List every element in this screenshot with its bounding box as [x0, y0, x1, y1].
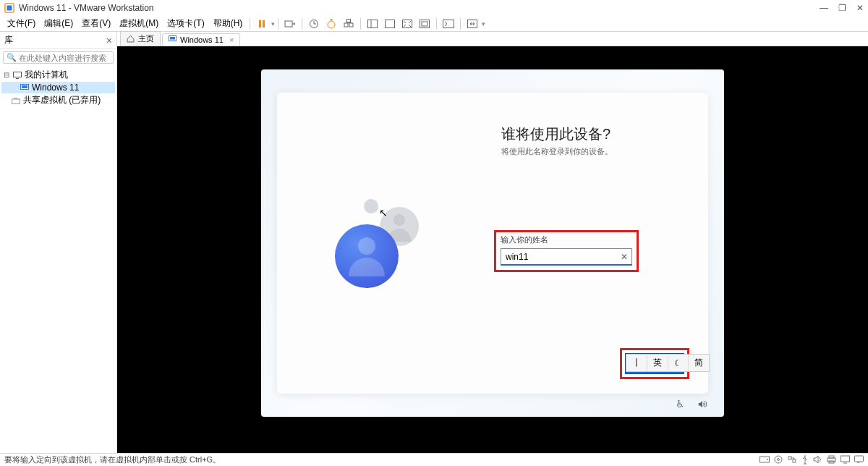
menu-view[interactable]: 查看(V): [77, 16, 115, 31]
svg-point-6: [328, 21, 335, 28]
svg-point-28: [778, 458, 780, 460]
svg-rect-30: [793, 459, 796, 462]
name-input-field[interactable]: ✕: [501, 248, 632, 266]
tree-root[interactable]: ⊟ 我的计算机: [1, 68, 115, 82]
stretch-dropdown-icon[interactable]: ▾: [482, 20, 485, 27]
send-keys-icon[interactable]: [284, 17, 297, 30]
svg-rect-18: [14, 72, 22, 77]
svg-rect-22: [12, 99, 20, 104]
snapshot-revert-icon[interactable]: [325, 17, 338, 30]
tab-bar: 主页 Windows 11 ×: [117, 32, 868, 46]
svg-rect-7: [344, 23, 348, 27]
sb-message-icon[interactable]: [854, 455, 864, 465]
windows-setup-screen: 谁将使用此设备? 将使用此名称登录到你的设备。 输入你的姓名 ✕: [261, 69, 724, 417]
pause-dropdown-icon[interactable]: ▾: [271, 20, 275, 27]
view-stretch-icon[interactable]: [466, 17, 479, 30]
sidebar-title: 库: [4, 34, 13, 46]
svg-rect-2: [259, 20, 261, 27]
vm-display[interactable]: 谁将使用此设备? 将使用此名称登录到你的设备。 输入你的姓名 ✕: [117, 46, 868, 453]
accessibility-icon[interactable]: ♿︎: [676, 398, 685, 410]
sidebar-close-button[interactable]: ×: [106, 35, 112, 46]
svg-rect-4: [285, 21, 292, 27]
setup-subtitle: 将使用此名称登录到你的设备。: [501, 146, 613, 157]
svg-rect-14: [420, 20, 430, 27]
pause-icon[interactable]: [255, 17, 268, 30]
svg-rect-1: [7, 6, 12, 11]
window-title: Windows 11 - VMware Workstation: [19, 3, 154, 13]
tree-shared[interactable]: 共享虚拟机 (已弃用): [1, 93, 115, 107]
statusbar: 要将输入定向到该虚拟机，请在虚拟机内部单击或按 Ctrl+G。: [0, 453, 868, 466]
sb-printer-icon[interactable]: [827, 455, 836, 465]
tree-vm-label: Windows 11: [32, 82, 79, 93]
menubar: 文件(F) 编辑(E) 查看(V) 虚拟机(M) 选项卡(T) 帮助(H) ▾ …: [0, 16, 868, 32]
view-unity-icon[interactable]: [418, 17, 431, 30]
menu-file[interactable]: 文件(F): [3, 16, 40, 31]
setup-title: 谁将使用此设备?: [501, 124, 610, 144]
view-single-icon[interactable]: [383, 17, 396, 30]
svg-rect-32: [829, 456, 834, 458]
svg-rect-12: [386, 20, 395, 27]
name-input-label: 输入你的姓名: [501, 234, 632, 245]
tab-vm-label: Windows 11: [180, 35, 224, 44]
svg-point-27: [775, 456, 782, 463]
svg-rect-8: [349, 23, 353, 27]
svg-rect-36: [855, 456, 864, 462]
svg-rect-3: [263, 20, 265, 27]
tab-vm[interactable]: Windows 11 ×: [162, 33, 240, 46]
view-console-icon[interactable]: [442, 17, 455, 30]
svg-point-26: [767, 459, 768, 460]
menu-edit[interactable]: 编辑(E): [40, 16, 77, 31]
snapshot-take-icon[interactable]: [307, 17, 320, 30]
sidebar-search[interactable]: 🔍 ▾: [3, 51, 114, 64]
svg-rect-21: [22, 85, 27, 88]
library-sidebar: 库 × 🔍 ▾ ⊟ 我的计算机 Windows 11 共享虚拟机 (已弃用): [0, 32, 117, 453]
shared-icon: [11, 96, 21, 106]
search-input[interactable]: [19, 54, 119, 62]
vm-tab-icon: [169, 35, 177, 44]
snapshot-manager-icon[interactable]: [342, 17, 355, 30]
tree-root-label: 我的计算机: [25, 69, 68, 81]
tab-home-label: 主页: [138, 33, 154, 44]
view-fullscreen-icon[interactable]: [401, 17, 414, 30]
name-input-highlight: 输入你的姓名 ✕: [494, 230, 639, 272]
svg-rect-16: [443, 20, 454, 27]
sb-sound-icon[interactable]: [813, 455, 822, 465]
ime-mode-a[interactable]: 丨: [626, 355, 647, 371]
vm-icon: [20, 82, 30, 93]
menu-help[interactable]: 帮助(H): [209, 16, 247, 31]
svg-rect-15: [422, 22, 427, 26]
window-titlebar: Windows 11 - VMware Workstation — ❐ ✕: [0, 0, 868, 16]
sb-cd-icon[interactable]: [774, 455, 783, 465]
ime-moon-icon[interactable]: ☾: [668, 356, 688, 370]
clear-input-icon[interactable]: ✕: [621, 252, 628, 262]
name-input[interactable]: [506, 252, 616, 262]
svg-rect-24: [170, 37, 175, 40]
window-maximize-button[interactable]: ❐: [838, 3, 846, 13]
tab-home[interactable]: 主页: [120, 31, 161, 46]
tree-vm-item[interactable]: Windows 11: [1, 82, 115, 93]
tree-shared-label: 共享虚拟机 (已弃用): [23, 94, 101, 106]
app-logo-icon: [4, 3, 14, 13]
view-split-icon[interactable]: [366, 17, 379, 30]
ime-mode-c[interactable]: 简: [688, 355, 709, 371]
tab-close-button[interactable]: ×: [229, 35, 234, 44]
sb-usb-icon[interactable]: [801, 455, 809, 465]
window-close-button[interactable]: ✕: [856, 3, 864, 13]
menu-vm[interactable]: 虚拟机(M): [115, 16, 163, 31]
sb-disk-icon[interactable]: [760, 455, 770, 465]
computer-icon: [12, 70, 22, 80]
home-icon: [127, 35, 135, 43]
ime-toolbar[interactable]: 丨 英 ☾ 简: [626, 354, 710, 372]
ime-mode-b[interactable]: 英: [647, 355, 668, 371]
status-text: 要将输入定向到该虚拟机，请在虚拟机内部单击或按 Ctrl+G。: [4, 454, 221, 465]
window-minimize-button[interactable]: —: [820, 3, 828, 13]
svg-rect-10: [368, 20, 378, 27]
volume-icon[interactable]: 🔊︎: [698, 398, 708, 410]
sb-display-icon[interactable]: [841, 455, 850, 465]
tree-collapse-icon[interactable]: ⊟: [3, 71, 10, 79]
svg-rect-9: [347, 19, 351, 22]
svg-rect-29: [788, 457, 791, 459]
menu-tabs[interactable]: 选项卡(T): [163, 16, 208, 31]
sb-network-icon[interactable]: [787, 455, 797, 465]
search-icon: 🔍: [7, 53, 17, 62]
